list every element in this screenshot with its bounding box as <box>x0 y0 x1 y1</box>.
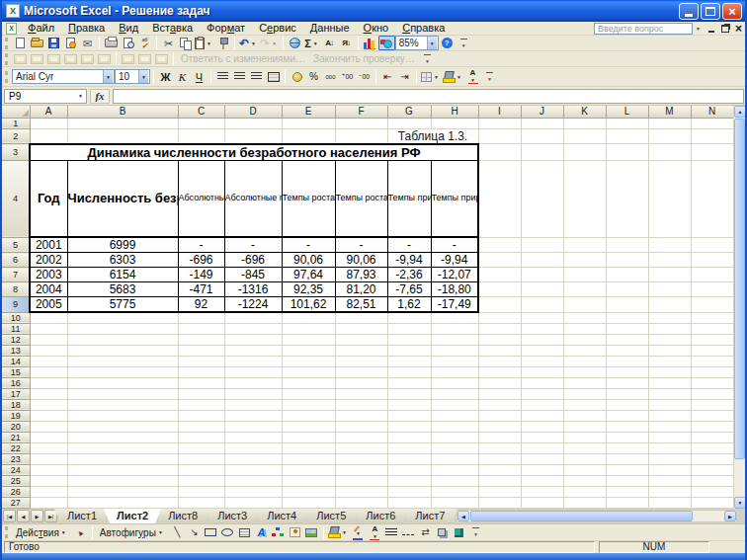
cell[interactable] <box>563 399 606 410</box>
cell[interactable] <box>606 282 648 297</box>
cell[interactable] <box>387 432 431 442</box>
cell[interactable] <box>178 497 224 508</box>
cell[interactable] <box>30 345 67 356</box>
cell[interactable] <box>224 377 282 388</box>
table-data-cell[interactable]: -17,49 <box>431 297 478 313</box>
cell[interactable] <box>691 253 733 268</box>
cell[interactable] <box>335 388 387 399</box>
table-title-cell[interactable]: Динамика численности безработного населе… <box>30 144 478 161</box>
wordart-button[interactable]: А <box>253 525 270 540</box>
question-input[interactable] <box>594 23 693 35</box>
cell[interactable] <box>478 475 521 486</box>
cell[interactable] <box>648 421 691 432</box>
cell[interactable] <box>30 366 67 377</box>
cell[interactable] <box>30 399 67 410</box>
cell[interactable] <box>387 464 431 475</box>
cell[interactable] <box>478 312 521 323</box>
cell[interactable] <box>282 118 335 128</box>
close-button[interactable] <box>722 3 742 20</box>
cell[interactable] <box>563 366 606 377</box>
row-header-21[interactable]: 21 <box>2 432 30 442</box>
cell[interactable] <box>178 464 224 475</box>
cell[interactable] <box>478 356 521 366</box>
table-column-header[interactable]: Численность безработных, тыс.чел. <box>67 160 178 237</box>
table-data-cell[interactable]: -9,94 <box>431 253 478 268</box>
cell[interactable] <box>30 475 67 486</box>
cell[interactable] <box>606 453 648 464</box>
cell[interactable] <box>178 475 224 486</box>
column-header-C[interactable]: C <box>178 106 224 118</box>
cell[interactable] <box>691 356 733 366</box>
permission-button[interactable] <box>62 36 79 50</box>
dropdown-arrow-icon[interactable] <box>371 533 379 539</box>
row-header-8[interactable]: 8 <box>2 282 30 297</box>
row-header-19[interactable]: 19 <box>2 410 30 421</box>
cell[interactable] <box>648 128 691 144</box>
row-header-16[interactable]: 16 <box>2 377 30 388</box>
cell[interactable] <box>178 128 224 144</box>
cell[interactable] <box>30 497 67 508</box>
cell[interactable] <box>648 253 691 268</box>
dropdown-arrow-icon[interactable] <box>455 70 463 83</box>
column-header-F[interactable]: F <box>335 106 387 118</box>
name-box[interactable]: P9 <box>4 89 87 104</box>
dropdown-arrow-icon[interactable] <box>311 37 320 49</box>
menu-file[interactable]: Файл <box>21 22 61 35</box>
cell[interactable] <box>224 486 282 497</box>
clip-art-button[interactable] <box>287 525 303 540</box>
scroll-down-icon[interactable] <box>734 497 745 509</box>
cell[interactable] <box>431 345 478 356</box>
cell[interactable] <box>178 377 224 388</box>
table-data-cell[interactable]: -1316 <box>224 282 282 297</box>
cell[interactable] <box>335 421 387 432</box>
cell[interactable] <box>30 118 67 128</box>
sheet-tab-1[interactable]: Лист1 <box>54 509 110 523</box>
column-header-L[interactable]: L <box>606 106 648 118</box>
cell[interactable] <box>563 464 606 475</box>
cell[interactable] <box>606 144 648 161</box>
cell[interactable] <box>563 453 606 464</box>
3d-style-button[interactable] <box>451 525 467 540</box>
cell[interactable] <box>648 237 691 253</box>
cell[interactable] <box>30 128 67 144</box>
arrow-button[interactable]: ↘ <box>186 525 203 540</box>
cell[interactable] <box>648 144 691 161</box>
cell[interactable] <box>387 118 431 128</box>
table-column-header[interactable]: Год <box>30 160 67 237</box>
cell[interactable] <box>606 253 648 268</box>
menu-format[interactable]: Формат <box>200 22 252 35</box>
cell[interactable] <box>606 118 648 128</box>
cell[interactable] <box>282 128 335 144</box>
table-column-header[interactable]: Темпы роста, базисные, % <box>335 160 387 237</box>
cell[interactable] <box>30 464 67 475</box>
cell[interactable] <box>691 475 733 486</box>
cell[interactable] <box>606 334 648 345</box>
cell[interactable] <box>178 486 224 497</box>
cell[interactable] <box>606 366 648 377</box>
cell[interactable] <box>387 323 431 334</box>
cell[interactable] <box>563 144 606 161</box>
cell[interactable] <box>563 410 606 421</box>
row-header-27[interactable]: 27 <box>2 497 30 508</box>
table-data-cell[interactable]: 2002 <box>30 253 67 268</box>
cell[interactable] <box>648 268 691 282</box>
table-data-cell[interactable]: -696 <box>178 253 224 268</box>
select-objects-button[interactable] <box>72 525 89 540</box>
cell[interactable] <box>521 486 563 497</box>
cell[interactable] <box>30 442 67 453</box>
table-data-cell[interactable]: 5775 <box>67 297 178 313</box>
picture-button[interactable] <box>303 525 320 540</box>
restore-button[interactable] <box>701 3 720 20</box>
table-data-cell[interactable]: -12,07 <box>431 268 478 282</box>
cell[interactable] <box>282 345 335 356</box>
cell[interactable] <box>335 497 387 508</box>
select-all-corner[interactable] <box>2 106 30 118</box>
cell[interactable] <box>224 442 282 453</box>
merge-center-button[interactable] <box>265 69 282 84</box>
cell[interactable] <box>178 118 224 128</box>
row-header-9[interactable]: 9 <box>2 297 30 313</box>
cell[interactable] <box>67 399 178 410</box>
toolbar-options-button[interactable] <box>419 51 436 66</box>
cell[interactable] <box>606 486 648 497</box>
toolbar-options-button[interactable] <box>481 69 498 84</box>
